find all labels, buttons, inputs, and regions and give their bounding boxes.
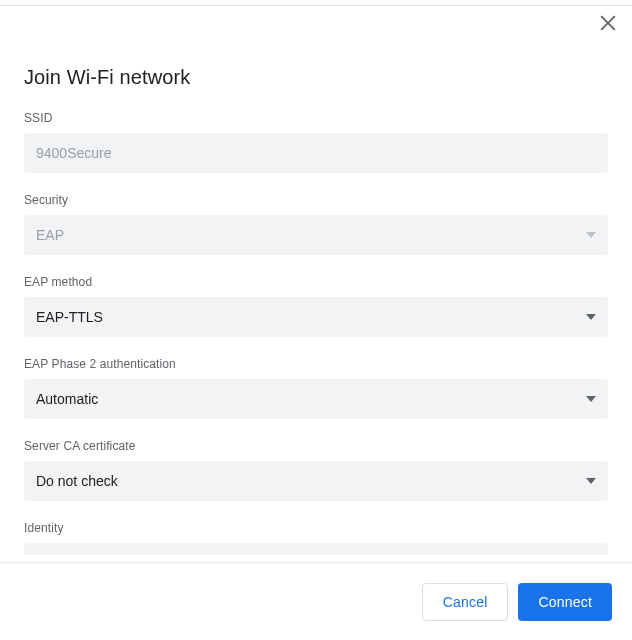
field-security: Security EAP — [24, 193, 608, 255]
identity-input[interactable] — [24, 543, 608, 555]
security-label: Security — [24, 193, 608, 207]
identity-label: Identity — [24, 521, 608, 535]
cancel-button[interactable]: Cancel — [422, 583, 509, 621]
field-identity: Identity — [24, 521, 608, 555]
server-ca-value: Do not check — [36, 473, 118, 489]
security-value: EAP — [36, 227, 64, 243]
chevron-down-icon — [586, 232, 596, 238]
dialog-footer: Cancel Connect — [0, 562, 632, 640]
field-server-ca: Server CA certificate Do not check — [24, 439, 608, 501]
eap-phase2-value: Automatic — [36, 391, 98, 407]
eap-method-select[interactable]: EAP-TTLS — [24, 297, 608, 337]
dialog-body: Join Wi-Fi network SSID 9400Secure Secur… — [0, 6, 632, 562]
eap-phase2-label: EAP Phase 2 authentication — [24, 357, 608, 371]
ssid-value: 9400Secure — [36, 145, 112, 161]
eap-method-label: EAP method — [24, 275, 608, 289]
chevron-down-icon — [586, 396, 596, 402]
field-eap-method: EAP method EAP-TTLS — [24, 275, 608, 337]
ssid-input[interactable]: 9400Secure — [24, 133, 608, 173]
ssid-label: SSID — [24, 111, 608, 125]
field-eap-phase2: EAP Phase 2 authentication Automatic — [24, 357, 608, 419]
eap-phase2-select[interactable]: Automatic — [24, 379, 608, 419]
eap-method-value: EAP-TTLS — [36, 309, 103, 325]
chevron-down-icon — [586, 478, 596, 484]
server-ca-label: Server CA certificate — [24, 439, 608, 453]
server-ca-select[interactable]: Do not check — [24, 461, 608, 501]
field-ssid: SSID 9400Secure — [24, 111, 608, 173]
chevron-down-icon — [586, 314, 596, 320]
security-select[interactable]: EAP — [24, 215, 608, 255]
dialog-title: Join Wi-Fi network — [24, 66, 608, 89]
connect-button[interactable]: Connect — [518, 583, 612, 621]
